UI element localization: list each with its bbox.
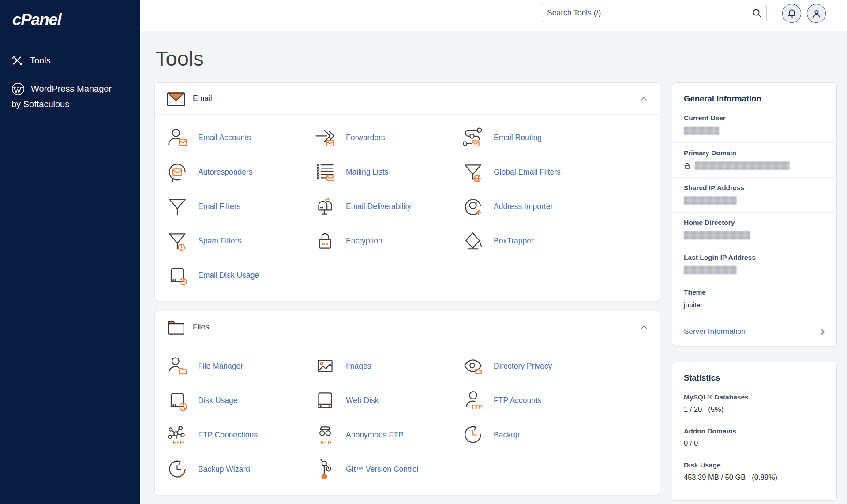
tool-item-spam-filters[interactable]: Spam Filters <box>166 229 314 252</box>
redacted-value <box>684 266 737 274</box>
collapse-email-section-button[interactable] <box>639 95 648 103</box>
email-accounts-icon <box>166 127 188 149</box>
email-routing-icon <box>462 127 484 149</box>
sidebar-nav: Tools WordPress Manager by Softaculous <box>0 50 140 116</box>
email-disk-usage-icon <box>166 264 188 286</box>
directory-privacy-icon <box>462 355 484 377</box>
tool-item-boxtrapper[interactable]: BoxTrapper <box>462 229 648 252</box>
tool-item-label: FTP Connections <box>198 430 258 440</box>
tools-icon <box>11 55 23 66</box>
stat-row-mysql-databases: MySQL® Databases 1 / 20(5%) <box>672 387 836 421</box>
svg-text:FTP: FTP <box>472 403 483 410</box>
tool-item-encryption[interactable]: Encryption <box>314 229 462 252</box>
tool-item-autoresponders[interactable]: Autoresponders <box>166 161 314 183</box>
search-box <box>541 4 767 22</box>
server-information-link[interactable]: Server Information <box>672 317 836 346</box>
forwarders-icon <box>314 127 336 149</box>
info-row-value <box>684 127 825 135</box>
tool-item-forwarders[interactable]: Forwarders <box>314 126 462 149</box>
notifications-button[interactable] <box>782 4 801 23</box>
search-input[interactable] <box>541 4 767 22</box>
tool-item-label: Mailing Lists <box>346 168 388 177</box>
svg-text:FTP: FTP <box>173 439 184 446</box>
sidebar-item-label: WordPress Manager by Softaculous <box>11 84 112 109</box>
tool-item-ftp-accounts[interactable]: FTP FTP Accounts <box>462 389 648 412</box>
backup-icon <box>462 424 484 446</box>
tool-item-anonymous-ftp[interactable]: FTP Anonymous FTP <box>314 423 462 446</box>
info-row-theme: Theme jupiter <box>672 282 836 317</box>
tool-item-label: Anonymous FTP <box>346 430 403 440</box>
statistics-title: Statistics <box>672 362 836 387</box>
email-section-icon <box>166 90 186 108</box>
tool-item-label: Disk Usage <box>198 396 237 405</box>
tool-item-backup-wizard[interactable]: Backup Wizard <box>166 458 314 481</box>
info-row-value <box>684 266 825 274</box>
tool-item-global-email-filters[interactable]: Global Email Filters <box>462 161 648 183</box>
tool-item-label: Forwarders <box>346 133 385 142</box>
tool-item-ftp-connections[interactable]: FTP FTP Connections <box>166 423 314 446</box>
tool-item-disk-usage[interactable]: Disk Usage <box>166 389 314 412</box>
tool-item-address-importer[interactable]: Address Importer <box>462 195 648 218</box>
info-row-primary-domain: Primary Domain <box>672 143 836 178</box>
web-disk-icon <box>314 389 336 411</box>
autoresponders-icon <box>166 161 188 183</box>
account-button[interactable] <box>807 4 826 23</box>
topbar <box>140 0 847 31</box>
tool-item-file-manager[interactable]: File Manager <box>166 355 314 377</box>
email-section-card: Email Email Accounts Forwarders Email Ro… <box>154 82 660 301</box>
tool-item-label: Encryption <box>346 236 382 246</box>
tool-item-label: Images <box>346 362 371 371</box>
tool-item-label: Git™ Version Control <box>346 465 418 474</box>
boxtrapper-icon <box>462 230 484 252</box>
tool-item-backup[interactable]: Backup <box>462 423 648 446</box>
stat-row-label: Addon Domains <box>684 427 825 435</box>
tool-item-email-disk-usage[interactable]: Email Disk Usage <box>166 264 314 287</box>
chevron-right-icon <box>820 328 825 336</box>
tool-item-email-filters[interactable]: Email Filters <box>166 195 314 218</box>
bell-icon <box>787 8 797 19</box>
info-row-value <box>684 161 825 170</box>
encryption-icon <box>314 230 336 252</box>
mailing-lists-icon <box>314 161 336 183</box>
info-row-value: jupiter <box>684 301 825 309</box>
redacted-value <box>684 231 750 239</box>
info-row-label: Shared IP Address <box>684 184 825 192</box>
tool-item-label: Backup Wizard <box>198 465 250 474</box>
svg-text:FTP: FTP <box>321 439 332 446</box>
files-tool-grid: File Manager Images Directory Privacy Di… <box>155 343 660 495</box>
stat-row-addon-domains: Addon Domains 0 / 0 <box>672 421 836 455</box>
cpanel-logo[interactable]: cPanel <box>12 11 140 29</box>
tool-item-web-disk[interactable]: Web Disk <box>314 389 462 412</box>
stat-row-disk-usage: Disk Usage 453.39 MB / 50 GB(0.89%) <box>672 455 836 489</box>
spam-filters-icon <box>166 230 188 252</box>
ftp-connections-icon: FTP <box>166 424 188 446</box>
tool-item-email-accounts[interactable]: Email Accounts <box>166 126 314 149</box>
section-title: Email <box>193 94 212 103</box>
tool-item-images[interactable]: Images <box>314 355 462 377</box>
tool-item-git-version-control[interactable]: Git™ Version Control <box>314 458 462 481</box>
tool-item-mailing-lists[interactable]: Mailing Lists <box>314 161 462 183</box>
tool-item-email-routing[interactable]: Email Routing <box>462 126 648 149</box>
info-row-label: Theme <box>684 288 825 296</box>
tool-item-directory-privacy[interactable]: Directory Privacy <box>462 355 648 377</box>
section-header: Files <box>155 311 660 343</box>
sidebar-item-tools[interactable]: Tools <box>0 50 140 71</box>
info-row-shared-ip-address: Shared IP Address <box>672 178 836 213</box>
info-row-label: Primary Domain <box>684 149 825 157</box>
tool-item-label: Email Filters <box>198 202 240 211</box>
address-importer-icon <box>462 195 484 217</box>
info-row-value <box>684 196 825 205</box>
tool-item-email-deliverability[interactable]: Email Deliverability <box>314 195 462 218</box>
email-filters-icon <box>166 195 188 217</box>
redacted-value <box>684 196 737 205</box>
lock-icon <box>684 162 691 169</box>
files-section-icon <box>166 318 186 336</box>
info-row-current-user: Current User <box>672 108 836 143</box>
sidebar-item-wordpress-manager[interactable]: WordPress Manager by Softaculous <box>0 77 140 116</box>
collapse-files-section-button[interactable] <box>639 323 648 331</box>
general-information-card: General Information Current User Primary… <box>672 82 837 347</box>
email-deliverability-icon <box>314 195 336 217</box>
info-row-label: Home Directory <box>684 219 825 227</box>
global-email-filters-icon <box>462 161 484 183</box>
file-manager-icon <box>166 355 188 377</box>
